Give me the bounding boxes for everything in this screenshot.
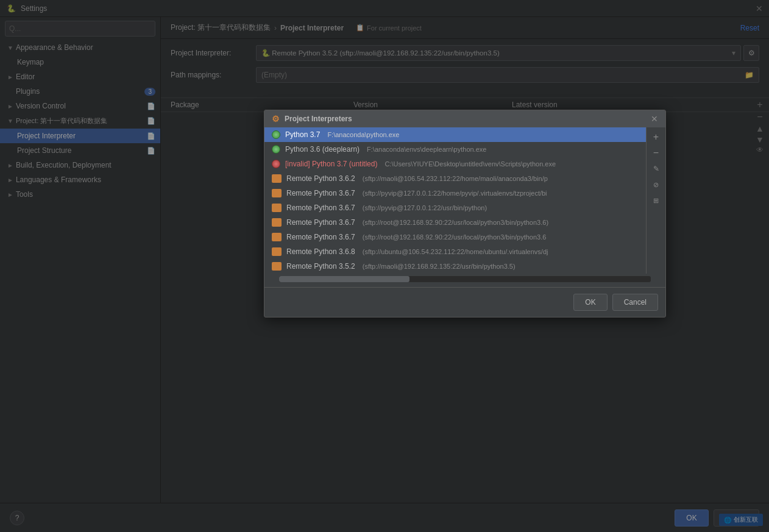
interpreter-item[interactable]: [invalid] Python 3.7 (untitled) C:\Users…	[264, 157, 646, 171]
scrollbar-area	[264, 274, 665, 287]
interpreter-item[interactable]: Python 3.6 (deeplearn) F:\anaconda\envs\…	[264, 142, 646, 157]
add-interpreter-button[interactable]: +	[649, 130, 664, 144]
local-icon	[272, 145, 280, 154]
remote-icon	[272, 204, 282, 212]
interpreter-path: (sftp://maoli@192.168.92.135:22/usr/bin/…	[363, 263, 516, 270]
interpreter-path: (sftp://ubuntu@106.54.232.112:22/home/ub…	[363, 248, 548, 255]
project-interpreters-modal: ⚙ Project Interpreters ✕ Python 3.7 F:\a…	[264, 110, 666, 317]
remote-icon	[272, 218, 282, 227]
interpreter-list: Python 3.7 F:\anaconda\python.exe Python…	[264, 127, 646, 274]
edit-interpreter-button[interactable]: ✎	[649, 161, 664, 176]
interpreter-path: (sftp://maoli@106.54.232.112:22/home/mao…	[363, 175, 548, 182]
modal-body: Python 3.7 F:\anaconda\python.exe Python…	[264, 127, 665, 274]
interpreter-path: (sftp://pyvip@127.0.0.1:22/home/pyvip/.v…	[363, 190, 547, 197]
modal-footer: OK Cancel	[264, 287, 665, 317]
modal-close-button[interactable]: ✕	[651, 115, 658, 123]
interpreter-item[interactable]: Remote Python 3.6.7 (sftp://pyvip@127.0.…	[264, 186, 646, 200]
interpreter-name: Remote Python 3.6.7	[286, 204, 355, 212]
remove-interpreter-button[interactable]: −	[649, 146, 664, 160]
interpreter-item[interactable]: Remote Python 3.6.8 (sftp://ubuntu@106.5…	[264, 244, 646, 259]
local-icon	[272, 130, 280, 139]
interpreter-name: Remote Python 3.6.7	[286, 218, 355, 227]
interpreter-item[interactable]: Remote Python 3.6.7 (sftp://pyvip@127.0.…	[264, 200, 646, 215]
scroll-track	[279, 276, 651, 282]
interpreter-path: F:\anaconda\envs\deeplearn\python.exe	[367, 146, 486, 153]
interpreter-path: C:\Users\YIUYE\Desktop\untitled\venv\Scr…	[384, 160, 556, 168]
remote-icon	[272, 247, 282, 256]
interpreter-name: Remote Python 3.6.8	[286, 247, 355, 256]
invalid-icon	[272, 160, 280, 168]
modal-title-bar: ⚙ Project Interpreters ✕	[264, 110, 665, 127]
interpreter-item[interactable]: Remote Python 3.6.7 (sftp://root@192.168…	[264, 215, 646, 230]
remote-icon	[272, 174, 282, 183]
interpreter-item[interactable]: Remote Python 3.6.2 (sftp://maoli@106.54…	[264, 171, 646, 186]
interpreter-name: Remote Python 3.6.7	[286, 189, 355, 197]
interpreter-path: F:\anaconda\python.exe	[327, 131, 399, 138]
interpreter-path: (sftp://pyvip@127.0.0.1:22/usr/bin/pytho…	[363, 204, 487, 211]
modal-title: ⚙ Project Interpreters	[272, 114, 352, 124]
interpreter-item[interactable]: Remote Python 3.6.7 (sftp://root@192.168…	[264, 230, 646, 244]
modal-overlay: ⚙ Project Interpreters ✕ Python 3.7 F:\a…	[0, 0, 769, 532]
modal-title-text: Project Interpreters	[285, 115, 352, 123]
filter-button[interactable]: ⊘	[649, 177, 664, 192]
modal-cancel-button[interactable]: Cancel	[612, 294, 658, 311]
interpreter-name: Python 3.6 (deeplearn)	[285, 145, 360, 154]
interpreter-path: (sftp://root@192.168.92.90:22/usr/local/…	[363, 219, 548, 226]
scroll-thumb	[279, 276, 409, 282]
modal-ok-button[interactable]: OK	[573, 294, 607, 311]
interpreter-item[interactable]: Python 3.7 F:\anaconda\python.exe	[264, 127, 646, 142]
remote-icon	[272, 262, 282, 271]
remote-icon	[272, 189, 282, 197]
remote-icon	[272, 233, 282, 241]
interpreter-name: [invalid] Python 3.7 (untitled)	[285, 160, 377, 168]
interpreter-name: Python 3.7	[285, 130, 320, 139]
interpreter-item[interactable]: Remote Python 3.5.2 (sftp://maoli@192.16…	[264, 259, 646, 274]
interpreter-name: Remote Python 3.5.2	[286, 262, 355, 271]
modal-side-actions: + − ✎ ⊘ ⊞	[646, 127, 665, 274]
interpreter-path: (sftp://root@192.168.92.90:22/usr/local/…	[363, 233, 547, 241]
interpreter-name: Remote Python 3.6.2	[286, 174, 355, 183]
modal-icon: ⚙	[272, 114, 280, 124]
interpreter-name: Remote Python 3.6.7	[286, 233, 355, 241]
copy-button[interactable]: ⊞	[649, 193, 664, 208]
